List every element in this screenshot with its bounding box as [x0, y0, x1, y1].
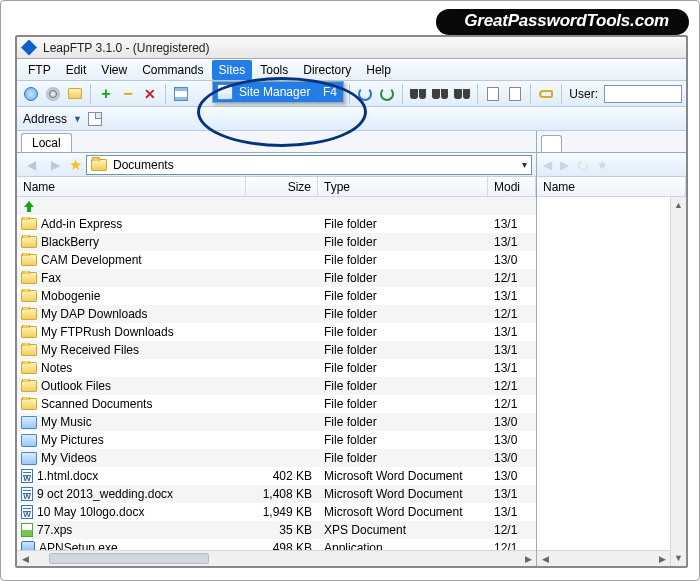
- remote-scroll-left-icon[interactable]: ◀: [537, 551, 553, 566]
- file-modified: 12/1: [488, 523, 536, 537]
- file-type: File folder: [318, 289, 488, 303]
- toolbar-connect-icon[interactable]: [21, 84, 41, 104]
- list-item[interactable]: NotesFile folder13/1: [17, 359, 536, 377]
- list-item[interactable]: My Received FilesFile folder13/1: [17, 341, 536, 359]
- list-item[interactable]: My DAP DownloadsFile folder12/1: [17, 305, 536, 323]
- list-item[interactable]: [17, 197, 536, 215]
- list-item[interactable]: FaxFile folder12/1: [17, 269, 536, 287]
- remote-hscroll[interactable]: ◀ ▶: [537, 550, 670, 566]
- nav-favorite-icon[interactable]: ★: [69, 156, 82, 174]
- toolbar-refresh-icon[interactable]: [355, 84, 375, 104]
- address-clipboard-icon[interactable]: [88, 112, 102, 126]
- remote-vscroll[interactable]: ▲ ▼: [670, 197, 686, 566]
- menu-tools[interactable]: Tools: [253, 60, 295, 80]
- scroll-thumb[interactable]: [49, 553, 209, 564]
- toolbar-remove-icon[interactable]: −: [118, 84, 138, 104]
- folder-icon: [21, 290, 37, 302]
- menu-directory[interactable]: Directory: [296, 60, 358, 80]
- list-item[interactable]: BlackBerryFile folder13/1: [17, 233, 536, 251]
- remote-up-icon: ⭮: [577, 158, 589, 172]
- scroll-left-icon[interactable]: ◀: [17, 551, 33, 566]
- local-hscroll[interactable]: ◀ ▶: [17, 550, 536, 566]
- address-dropdown-icon[interactable]: ▼: [73, 114, 82, 124]
- path-combo-drop-icon[interactable]: ▾: [513, 159, 527, 170]
- file-rows: Add-in ExpressFile folder13/1BlackBerryF…: [17, 197, 536, 550]
- tab-local[interactable]: Local: [21, 133, 72, 152]
- list-item[interactable]: 1.html.docx402 KBMicrosoft Word Document…: [17, 467, 536, 485]
- toolbar-find-icon[interactable]: [408, 84, 428, 104]
- file-modified: 13/0: [488, 451, 536, 465]
- folder-icon: [21, 398, 37, 410]
- menu-help[interactable]: Help: [359, 60, 398, 80]
- col-type[interactable]: Type: [318, 177, 488, 196]
- folder-icon: [21, 326, 37, 338]
- remote-col-name[interactable]: Name: [537, 177, 686, 196]
- list-item[interactable]: CAM DevelopmentFile folder13/0: [17, 251, 536, 269]
- toolbar-sync-icon[interactable]: [377, 84, 397, 104]
- file-type: File folder: [318, 235, 488, 249]
- scroll-right-icon[interactable]: ▶: [520, 551, 536, 566]
- file-size: 498 KB: [246, 541, 318, 550]
- toolbar-log-icon[interactable]: [483, 84, 503, 104]
- file-name: CAM Development: [41, 253, 142, 267]
- col-modified[interactable]: Modi: [488, 177, 536, 196]
- toolbar-key-icon[interactable]: [536, 84, 556, 104]
- site-manager-shortcut: F4: [323, 85, 337, 99]
- list-item[interactable]: 9 oct 2013_wedding.docx1,408 KBMicrosoft…: [17, 485, 536, 503]
- menu-commands[interactable]: Commands: [135, 60, 210, 80]
- list-item[interactable]: Outlook FilesFile folder12/1: [17, 377, 536, 395]
- toolbar-delete-icon[interactable]: ✕: [140, 84, 160, 104]
- toolbar-settings-icon[interactable]: [43, 84, 63, 104]
- exe-icon: [21, 541, 35, 550]
- menu-edit[interactable]: Edit: [59, 60, 94, 80]
- tab-remote-empty[interactable]: [541, 135, 562, 152]
- file-modified: 13/1: [488, 361, 536, 375]
- local-columns: Name Size Type Modi: [17, 177, 536, 197]
- toolbar-find2-icon[interactable]: [430, 84, 450, 104]
- user-label: User:: [569, 87, 598, 101]
- menu-sites[interactable]: Sites: [212, 60, 253, 80]
- list-item[interactable]: Scanned DocumentsFile folder12/1: [17, 395, 536, 413]
- list-item[interactable]: My FTPRush DownloadsFile folder13/1: [17, 323, 536, 341]
- list-item[interactable]: APNSetup.exe498 KBApplication12/1: [17, 539, 536, 550]
- local-navbar: ◀ ▶ ★ Documents ▾: [17, 153, 536, 177]
- list-item[interactable]: My MusicFile folder13/0: [17, 413, 536, 431]
- file-modified: 12/1: [488, 541, 536, 550]
- nav-forward-icon[interactable]: ▶: [45, 155, 65, 175]
- col-name[interactable]: Name: [17, 177, 246, 196]
- toolbar-list-icon[interactable]: [171, 84, 191, 104]
- menu-view[interactable]: View: [94, 60, 134, 80]
- toolbar-add-icon[interactable]: +: [96, 84, 116, 104]
- folder-icon: [91, 159, 107, 171]
- file-type: File folder: [318, 253, 488, 267]
- list-item[interactable]: My VideosFile folder13/0: [17, 449, 536, 467]
- remote-back-icon: ◀: [543, 158, 552, 172]
- parent-up-icon: [21, 199, 37, 213]
- menubar: FTP Edit View Commands Sites Tools Direc…: [17, 59, 686, 81]
- remote-columns: Name: [537, 177, 686, 197]
- menu-item-site-manager[interactable]: Site Manager F4: [213, 82, 343, 102]
- toolbar-log2-icon[interactable]: [505, 84, 525, 104]
- col-size[interactable]: Size: [246, 177, 318, 196]
- menu-ftp[interactable]: FTP: [21, 60, 58, 80]
- remote-refresh-icon: ★: [597, 158, 608, 172]
- file-type: File folder: [318, 397, 488, 411]
- list-item[interactable]: MobogenieFile folder13/1: [17, 287, 536, 305]
- file-name: Add-in Express: [41, 217, 122, 231]
- toolbar-find3-icon[interactable]: [452, 84, 472, 104]
- list-item[interactable]: My PicturesFile folder13/0: [17, 431, 536, 449]
- nav-back-icon[interactable]: ◀: [21, 155, 41, 175]
- toolbar-open-icon[interactable]: [65, 84, 85, 104]
- path-combo[interactable]: Documents ▾: [86, 155, 532, 175]
- list-item[interactable]: Add-in ExpressFile folder13/1: [17, 215, 536, 233]
- remote-scroll-right-icon[interactable]: ▶: [654, 551, 670, 566]
- remote-scroll-up-icon[interactable]: ▲: [671, 197, 686, 213]
- system-folder-icon: [21, 434, 37, 447]
- remote-scroll-down-icon[interactable]: ▼: [671, 550, 686, 566]
- list-item[interactable]: 77.xps35 KBXPS Document12/1: [17, 521, 536, 539]
- list-item[interactable]: 10 May 10logo.docx1,949 KBMicrosoft Word…: [17, 503, 536, 521]
- user-input[interactable]: [604, 85, 682, 103]
- file-type: Microsoft Word Document: [318, 469, 488, 483]
- file-name: Outlook Files: [41, 379, 111, 393]
- file-type: File folder: [318, 433, 488, 447]
